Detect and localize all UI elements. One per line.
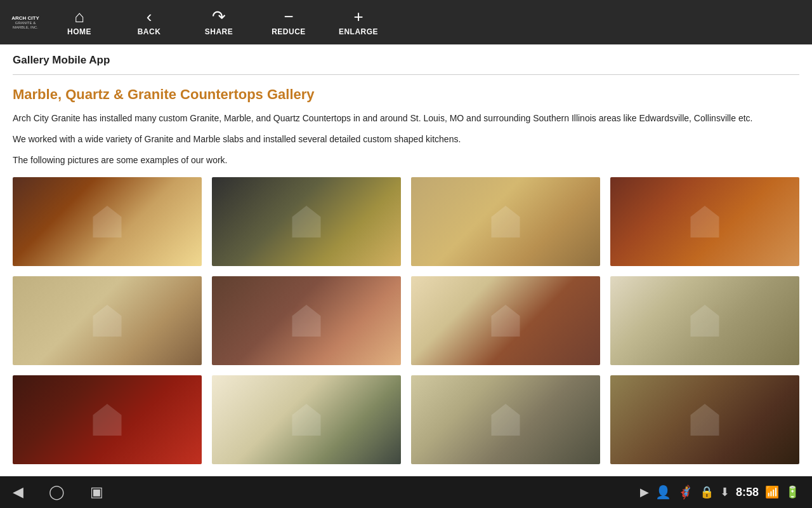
logo-subtitle2: MARBLE, INC. bbox=[13, 25, 38, 30]
reduce-button[interactable]: − REDUCE bbox=[254, 0, 324, 44]
main-content: Gallery Mobile App Marble, Quartz & Gran… bbox=[0, 44, 812, 476]
wifi-icon: 📶 bbox=[765, 485, 779, 499]
title-divider bbox=[13, 74, 799, 75]
gallery-image-12[interactable] bbox=[610, 375, 799, 464]
app-logo: ARCH CITY GRANITE & MARBLE, INC. bbox=[6, 0, 44, 44]
avatar-icon-2[interactable]: 🦸 bbox=[678, 485, 693, 500]
gallery-image-8[interactable] bbox=[610, 276, 799, 365]
status-icons: ▶ 👤 🦸 🔒 ⬇ 8:58 📶 🔋 bbox=[640, 485, 799, 500]
android-back-button[interactable]: ◀ bbox=[13, 484, 23, 500]
gallery-image-1[interactable] bbox=[13, 177, 202, 266]
gallery-image-3[interactable] bbox=[411, 177, 600, 266]
gallery-description-1: Arch City Granite has installed many cus… bbox=[13, 112, 799, 125]
enlarge-icon: + bbox=[353, 8, 363, 25]
security-icon[interactable]: 🔒 bbox=[700, 485, 714, 499]
share-label: SHARE bbox=[205, 27, 233, 36]
home-button[interactable]: ⌂ HOME bbox=[44, 0, 114, 44]
gallery-image-6[interactable] bbox=[212, 276, 401, 365]
gallery-description-3: The following pictures are some examples… bbox=[13, 154, 799, 167]
download-icon[interactable]: ⬇ bbox=[720, 485, 730, 499]
gallery-image-11[interactable] bbox=[411, 375, 600, 464]
home-icon: ⌂ bbox=[74, 8, 84, 25]
gallery-image-10[interactable] bbox=[212, 375, 401, 464]
android-nav-buttons: ◀ ◯ ▣ bbox=[13, 484, 103, 500]
page-title: Gallery Mobile App bbox=[13, 54, 799, 67]
gallery-description-2: We worked with a wide variety of Granite… bbox=[13, 133, 799, 146]
logo-subtitle: GRANITE & bbox=[15, 21, 36, 25]
avatar-icon-1[interactable]: 👤 bbox=[655, 485, 671, 500]
android-recents-button[interactable]: ▣ bbox=[90, 484, 103, 500]
gallery-image-5[interactable] bbox=[13, 276, 202, 365]
share-icon: ↷ bbox=[212, 8, 226, 25]
battery-icon: 🔋 bbox=[785, 485, 799, 499]
share-button[interactable]: ↷ SHARE bbox=[184, 0, 254, 44]
gallery-image-2[interactable] bbox=[212, 177, 401, 266]
gallery-heading: Marble, Quartz & Granite Countertops Gal… bbox=[13, 86, 799, 103]
logo-title: ARCH CITY bbox=[11, 15, 39, 22]
youtube-icon[interactable]: ▶ bbox=[640, 485, 649, 499]
android-home-button[interactable]: ◯ bbox=[49, 484, 65, 500]
reduce-label: REDUCE bbox=[272, 27, 306, 36]
status-bar: ▶ 👤 🦸 🔒 ⬇ 8:58 📶 🔋 bbox=[640, 485, 799, 500]
back-icon: ‹ bbox=[147, 8, 152, 25]
back-button[interactable]: ‹ BACK bbox=[114, 0, 184, 44]
reduce-icon: − bbox=[284, 8, 293, 25]
gallery-image-7[interactable] bbox=[411, 276, 600, 365]
status-time: 8:58 bbox=[736, 486, 759, 499]
gallery-image-4[interactable] bbox=[610, 177, 799, 266]
gallery-image-9[interactable] bbox=[13, 375, 202, 464]
enlarge-label: ENLARGE bbox=[339, 27, 378, 36]
top-navigation: ARCH CITY GRANITE & MARBLE, INC. ⌂ HOME … bbox=[0, 0, 812, 44]
gallery-grid bbox=[13, 177, 799, 464]
home-label: HOME bbox=[67, 27, 91, 36]
back-label: BACK bbox=[138, 27, 161, 36]
enlarge-button[interactable]: + ENLARGE bbox=[324, 0, 393, 44]
android-bottom-bar: ◀ ◯ ▣ ▶ 👤 🦸 🔒 ⬇ 8:58 📶 🔋 bbox=[0, 476, 812, 508]
